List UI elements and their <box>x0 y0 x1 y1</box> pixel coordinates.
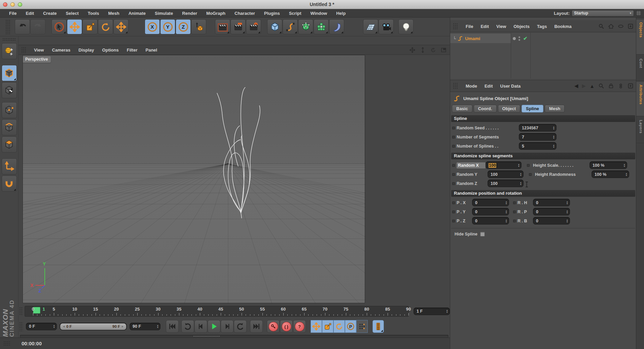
rotate-button[interactable] <box>98 19 113 34</box>
stepper[interactable]: ▲▼ <box>566 209 568 215</box>
play-button[interactable] <box>208 320 220 333</box>
search-icon[interactable] <box>598 83 604 89</box>
menu-animate[interactable]: Animate <box>129 11 146 16</box>
tab-mesh[interactable]: Mesh <box>545 105 565 113</box>
viewport-menu-cameras[interactable]: Cameras <box>52 47 70 53</box>
undo-button[interactable] <box>15 19 30 34</box>
stepper[interactable]: ▲▼ <box>520 180 522 187</box>
tab-coord-[interactable]: Coord. <box>474 105 497 113</box>
stepper[interactable]: ▲▼ <box>505 209 507 215</box>
snapshot-icon[interactable] <box>618 83 624 89</box>
stepper[interactable]: ▲▼ <box>505 218 507 224</box>
key-checkbox[interactable] <box>452 136 455 138</box>
auto-keying-button[interactable]: ( ) <box>280 320 293 333</box>
maximize-view-icon[interactable] <box>441 47 446 53</box>
add-deformer-button[interactable] <box>329 19 344 34</box>
r-b-field[interactable]: 0 ▲▼ <box>533 217 570 225</box>
menu-edit[interactable]: Edit <box>26 11 34 16</box>
stepper[interactable]: ▲▼ <box>553 125 555 131</box>
layer-dot-icon[interactable] <box>513 37 516 40</box>
stepper[interactable]: ▲▼ <box>518 162 520 168</box>
key-checkbox[interactable] <box>513 220 516 222</box>
animate-rotation-toggle[interactable] <box>333 320 345 333</box>
lock-x-axis-button[interactable]: X <box>145 19 160 34</box>
transport-grip[interactable] <box>19 322 23 331</box>
stepper[interactable]: ▲▼ <box>566 199 568 206</box>
timeline-grip[interactable] <box>19 307 23 316</box>
live-selection-button[interactable] <box>51 19 67 34</box>
add-subdivision-button[interactable] <box>298 19 313 34</box>
menu-mesh[interactable]: Mesh <box>108 11 119 16</box>
render-picture-viewer-button[interactable] <box>230 19 246 34</box>
add-camera-button[interactable] <box>379 19 394 34</box>
range-left-arrow-icon[interactable]: ◄ <box>62 325 65 328</box>
object-manager-grip[interactable] <box>453 23 458 30</box>
minimal-timeline-button[interactable] <box>372 320 384 333</box>
attribute-manager-menu-user-data[interactable]: User Data <box>500 84 521 89</box>
tab-basic[interactable]: Basic <box>452 105 472 113</box>
visibility-dots-icon[interactable] <box>518 36 520 41</box>
random-z-field[interactable]: 100 ▲▼ <box>488 180 524 187</box>
scale-button[interactable] <box>82 19 98 34</box>
leftbar-grip[interactable] <box>2 38 16 41</box>
number-of-splines-field[interactable]: 5 ▲▼ <box>519 142 557 150</box>
object-manager-menu-objects[interactable]: Objects <box>513 24 530 29</box>
record-keyframe-button[interactable] <box>267 320 280 333</box>
menu-window[interactable]: Window <box>311 11 327 16</box>
key-checkbox[interactable] <box>529 173 532 176</box>
coordinate-system-button[interactable] <box>191 19 206 34</box>
animate-position-toggle[interactable] <box>311 320 322 333</box>
viewport-menu-filter[interactable]: Filter <box>127 47 138 53</box>
point-level-animation-toggle[interactable] <box>356 320 368 333</box>
stepper[interactable]: ▲▼ <box>553 134 555 140</box>
random-seed-field[interactable]: 1234567 ▲▼ <box>519 124 557 132</box>
stepper[interactable]: ▲▼ <box>446 308 448 315</box>
r-h-field[interactable]: 0 ▲▼ <box>533 199 570 207</box>
add-cube-button[interactable] <box>267 19 282 34</box>
menu-select[interactable]: Select <box>66 11 78 16</box>
p-y-field[interactable]: 0 ▲▼ <box>472 208 509 216</box>
attribute-manager-menu-edit[interactable]: Edit <box>485 84 493 89</box>
panel-tab-attributes[interactable]: Attributes <box>636 82 644 116</box>
up-icon[interactable]: ▲ <box>589 83 595 89</box>
key-checkbox[interactable] <box>452 164 455 167</box>
menu-script[interactable]: Script <box>289 11 301 16</box>
hide-spline-checkbox[interactable] <box>480 232 485 236</box>
add-spline-button[interactable] <box>283 19 298 34</box>
attribute-manager-menu-mode[interactable]: Mode <box>466 84 477 89</box>
object-manager-menu-edit[interactable]: Edit <box>480 24 489 29</box>
render-settings-button[interactable] <box>246 19 261 34</box>
texture-mode-button[interactable] <box>2 82 17 98</box>
add-panel-icon[interactable] <box>628 83 634 89</box>
p-x-field[interactable]: 0 ▲▼ <box>472 199 509 207</box>
tab-spline[interactable]: Spline <box>522 105 543 113</box>
key-checkbox[interactable] <box>452 211 455 213</box>
add-floor-button[interactable] <box>363 19 378 34</box>
viewport-menu-options[interactable]: Options <box>102 47 119 53</box>
polygon-mode-button[interactable] <box>2 136 17 153</box>
stepper[interactable]: ▲▼ <box>623 162 625 168</box>
key-checkbox[interactable] <box>452 182 455 185</box>
redo-button[interactable] <box>30 19 45 34</box>
attribute-manager-grip[interactable] <box>453 83 458 89</box>
object-visibility-toggles[interactable]: ✔ <box>513 34 528 43</box>
current-frame-field[interactable]: 1 F ▲▼ <box>414 308 450 315</box>
key-checkbox[interactable] <box>452 127 455 129</box>
lock-icon[interactable] <box>608 83 614 89</box>
key-checkbox[interactable] <box>452 173 455 176</box>
forward-icon[interactable]: ▶ <box>582 83 586 89</box>
menu-help[interactable]: Help <box>336 11 346 16</box>
move-button[interactable] <box>67 19 82 34</box>
camera-view-label[interactable]: Perspective <box>23 56 51 63</box>
menu-simulate[interactable]: Simulate <box>155 11 173 16</box>
menu-mograph[interactable]: MoGraph <box>206 11 225 16</box>
lock-y-axis-button[interactable]: Y <box>160 19 175 34</box>
scrollbar-handle[interactable] <box>193 336 220 337</box>
make-editable-button[interactable] <box>2 43 17 59</box>
timeline-ruler[interactable]: 1 051015202530354045505560657075808590 <box>25 306 409 317</box>
menu-plugins[interactable]: Plugins <box>264 11 280 16</box>
random-x-field[interactable]: 100 ▲▼ <box>486 161 522 169</box>
random-y-field[interactable]: 100 ▲▼ <box>488 170 524 178</box>
tab-object[interactable]: Object <box>498 105 520 113</box>
previous-frame-button[interactable] <box>194 320 207 333</box>
